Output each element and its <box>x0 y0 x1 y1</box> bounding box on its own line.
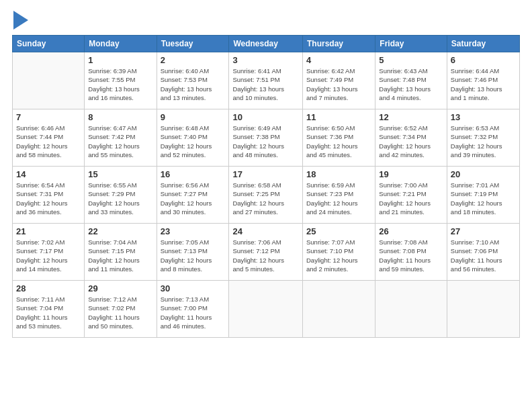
day-number: 18 <box>306 169 371 179</box>
day-number: 7 <box>16 112 81 122</box>
day-number: 25 <box>306 226 371 236</box>
calendar-week-row: 7Sunrise: 6:46 AM Sunset: 7:44 PM Daylig… <box>13 109 520 167</box>
day-number: 6 <box>451 55 516 65</box>
logo <box>12 11 28 28</box>
day-info: Sunrise: 6:55 AM Sunset: 7:29 PM Dayligh… <box>88 181 152 216</box>
day-info: Sunrise: 7:08 AM Sunset: 7:08 PM Dayligh… <box>379 238 443 273</box>
day-number: 4 <box>306 55 371 65</box>
day-number: 19 <box>379 169 443 179</box>
calendar-cell: 21Sunrise: 7:02 AM Sunset: 7:17 PM Dayli… <box>13 224 85 281</box>
day-info: Sunrise: 6:46 AM Sunset: 7:44 PM Dayligh… <box>16 124 81 159</box>
calendar-cell: 2Sunrise: 6:40 AM Sunset: 7:53 PM Daylig… <box>157 52 229 109</box>
logo-icon <box>13 11 28 30</box>
day-info: Sunrise: 6:47 AM Sunset: 7:42 PM Dayligh… <box>88 124 152 159</box>
weekday-header: Tuesday <box>157 36 229 52</box>
calendar-table: SundayMondayTuesdayWednesdayThursdayFrid… <box>12 35 520 338</box>
day-info: Sunrise: 6:41 AM Sunset: 7:51 PM Dayligh… <box>232 66 299 102</box>
day-number: 28 <box>16 283 81 293</box>
calendar-cell: 26Sunrise: 7:08 AM Sunset: 7:08 PM Dayli… <box>375 224 447 281</box>
page: SundayMondayTuesdayWednesdayThursdayFrid… <box>0 0 532 411</box>
calendar-cell: 27Sunrise: 7:10 AM Sunset: 7:06 PM Dayli… <box>447 224 519 281</box>
day-number: 15 <box>88 169 152 179</box>
day-number: 2 <box>161 55 226 65</box>
calendar-cell: 15Sunrise: 6:55 AM Sunset: 7:29 PM Dayli… <box>85 167 157 224</box>
day-number: 1 <box>88 55 152 65</box>
day-number: 10 <box>232 112 299 122</box>
calendar-cell <box>303 281 375 338</box>
calendar-cell: 4Sunrise: 6:42 AM Sunset: 7:49 PM Daylig… <box>303 52 375 109</box>
calendar-week-row: 14Sunrise: 6:54 AM Sunset: 7:31 PM Dayli… <box>13 167 520 224</box>
calendar-cell: 3Sunrise: 6:41 AM Sunset: 7:51 PM Daylig… <box>229 52 303 109</box>
calendar-cell: 17Sunrise: 6:58 AM Sunset: 7:25 PM Dayli… <box>229 167 303 224</box>
calendar-week-row: 21Sunrise: 7:02 AM Sunset: 7:17 PM Dayli… <box>13 224 520 281</box>
day-info: Sunrise: 7:02 AM Sunset: 7:17 PM Dayligh… <box>16 238 81 273</box>
day-info: Sunrise: 6:44 AM Sunset: 7:46 PM Dayligh… <box>451 66 516 102</box>
calendar-cell: 16Sunrise: 6:56 AM Sunset: 7:27 PM Dayli… <box>157 167 229 224</box>
calendar-cell: 28Sunrise: 7:11 AM Sunset: 7:04 PM Dayli… <box>13 281 85 338</box>
day-info: Sunrise: 6:42 AM Sunset: 7:49 PM Dayligh… <box>306 66 371 102</box>
weekday-header: Thursday <box>303 36 375 52</box>
calendar-cell: 8Sunrise: 6:47 AM Sunset: 7:42 PM Daylig… <box>85 109 157 167</box>
calendar-cell: 18Sunrise: 6:59 AM Sunset: 7:23 PM Dayli… <box>303 167 375 224</box>
day-number: 23 <box>161 226 226 236</box>
weekday-header: Friday <box>375 36 447 52</box>
calendar-cell: 25Sunrise: 7:07 AM Sunset: 7:10 PM Dayli… <box>303 224 375 281</box>
day-info: Sunrise: 6:43 AM Sunset: 7:48 PM Dayligh… <box>379 66 443 102</box>
weekday-header: Saturday <box>447 36 519 52</box>
calendar-cell: 19Sunrise: 7:00 AM Sunset: 7:21 PM Dayli… <box>375 167 447 224</box>
day-info: Sunrise: 7:05 AM Sunset: 7:13 PM Dayligh… <box>161 238 226 273</box>
header <box>12 11 520 28</box>
day-number: 24 <box>232 226 299 236</box>
day-info: Sunrise: 7:10 AM Sunset: 7:06 PM Dayligh… <box>451 238 516 273</box>
day-number: 8 <box>88 112 152 122</box>
day-info: Sunrise: 7:07 AM Sunset: 7:10 PM Dayligh… <box>306 238 371 273</box>
day-info: Sunrise: 6:59 AM Sunset: 7:23 PM Dayligh… <box>306 181 371 216</box>
day-info: Sunrise: 6:56 AM Sunset: 7:27 PM Dayligh… <box>161 181 226 216</box>
day-info: Sunrise: 6:48 AM Sunset: 7:40 PM Dayligh… <box>161 124 226 159</box>
calendar-cell <box>229 281 303 338</box>
day-number: 13 <box>451 112 516 122</box>
day-number: 3 <box>232 55 299 65</box>
weekday-header: Sunday <box>13 36 85 52</box>
day-info: Sunrise: 7:06 AM Sunset: 7:12 PM Dayligh… <box>232 238 299 273</box>
calendar-cell: 13Sunrise: 6:53 AM Sunset: 7:32 PM Dayli… <box>447 109 519 167</box>
calendar-week-row: 28Sunrise: 7:11 AM Sunset: 7:04 PM Dayli… <box>13 281 520 338</box>
day-number: 30 <box>161 283 226 293</box>
day-number: 27 <box>451 226 516 236</box>
day-info: Sunrise: 6:39 AM Sunset: 7:55 PM Dayligh… <box>88 66 152 102</box>
calendar-cell: 5Sunrise: 6:43 AM Sunset: 7:48 PM Daylig… <box>375 52 447 109</box>
day-info: Sunrise: 6:53 AM Sunset: 7:32 PM Dayligh… <box>451 124 516 159</box>
calendar-cell: 10Sunrise: 6:49 AM Sunset: 7:38 PM Dayli… <box>229 109 303 167</box>
calendar-header-row: SundayMondayTuesdayWednesdayThursdayFrid… <box>13 36 520 52</box>
calendar-cell <box>375 281 447 338</box>
day-number: 9 <box>161 112 226 122</box>
calendar-cell: 9Sunrise: 6:48 AM Sunset: 7:40 PM Daylig… <box>157 109 229 167</box>
weekday-header: Wednesday <box>229 36 303 52</box>
day-number: 22 <box>88 226 152 236</box>
day-info: Sunrise: 6:52 AM Sunset: 7:34 PM Dayligh… <box>379 124 443 159</box>
day-number: 16 <box>161 169 226 179</box>
day-info: Sunrise: 7:04 AM Sunset: 7:15 PM Dayligh… <box>88 238 152 273</box>
calendar-cell: 30Sunrise: 7:13 AM Sunset: 7:00 PM Dayli… <box>157 281 229 338</box>
calendar-cell: 29Sunrise: 7:12 AM Sunset: 7:02 PM Dayli… <box>85 281 157 338</box>
calendar-cell: 24Sunrise: 7:06 AM Sunset: 7:12 PM Dayli… <box>229 224 303 281</box>
calendar-cell <box>447 281 519 338</box>
day-number: 5 <box>379 55 443 65</box>
day-number: 29 <box>88 283 152 293</box>
day-info: Sunrise: 6:49 AM Sunset: 7:38 PM Dayligh… <box>232 124 299 159</box>
day-number: 20 <box>451 169 516 179</box>
calendar-cell: 11Sunrise: 6:50 AM Sunset: 7:36 PM Dayli… <box>303 109 375 167</box>
weekday-header: Monday <box>85 36 157 52</box>
calendar-cell: 23Sunrise: 7:05 AM Sunset: 7:13 PM Dayli… <box>157 224 229 281</box>
day-info: Sunrise: 6:58 AM Sunset: 7:25 PM Dayligh… <box>232 181 299 216</box>
day-number: 26 <box>379 226 443 236</box>
day-number: 21 <box>16 226 81 236</box>
day-number: 12 <box>379 112 443 122</box>
calendar-cell: 12Sunrise: 6:52 AM Sunset: 7:34 PM Dayli… <box>375 109 447 167</box>
day-info: Sunrise: 7:01 AM Sunset: 7:19 PM Dayligh… <box>451 181 516 216</box>
day-number: 14 <box>16 169 81 179</box>
day-info: Sunrise: 6:50 AM Sunset: 7:36 PM Dayligh… <box>306 124 371 159</box>
calendar-cell: 6Sunrise: 6:44 AM Sunset: 7:46 PM Daylig… <box>447 52 519 109</box>
calendar-cell: 7Sunrise: 6:46 AM Sunset: 7:44 PM Daylig… <box>13 109 85 167</box>
day-info: Sunrise: 6:40 AM Sunset: 7:53 PM Dayligh… <box>161 66 226 102</box>
